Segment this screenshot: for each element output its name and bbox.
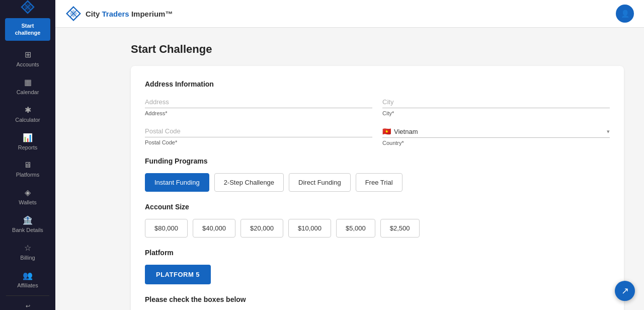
- size-80k-button[interactable]: $80,000: [145, 219, 188, 238]
- accounts-icon: ⊞: [25, 50, 31, 59]
- reports-icon: 📊: [23, 133, 33, 142]
- sidebar-item-reports[interactable]: 📊 Reports: [0, 128, 55, 156]
- topbar-logo-icon: [65, 6, 82, 22]
- free-trial-button[interactable]: Free Trial: [356, 173, 403, 192]
- country-select-wrapper: 🇻🇳 Vietnam United States United Kingdom …: [382, 125, 610, 138]
- chat-icon: ↗: [621, 285, 629, 296]
- avatar-icon: 👤: [621, 10, 629, 18]
- page-title: Start Challenge: [131, 43, 624, 56]
- sidebar-item-billing-label: Billing: [20, 255, 35, 261]
- address-input[interactable]: [145, 96, 372, 108]
- sidebar-divider: [6, 295, 49, 296]
- wallets-icon: ◈: [25, 188, 31, 197]
- sidebar: Start challenge ⊞ Accounts ▦ Calendar ✱ …: [0, 0, 55, 310]
- user-avatar[interactable]: 👤: [616, 5, 634, 23]
- postal-code-label: Postal Code*: [145, 139, 372, 145]
- platforms-icon: 🖥: [24, 161, 32, 170]
- sidebar-item-calculator[interactable]: ✱ Calculator: [0, 100, 55, 128]
- size-5k-button[interactable]: $5,000: [336, 219, 375, 238]
- city-input[interactable]: [382, 96, 610, 108]
- platform-5-button[interactable]: PLATFORM 5: [145, 265, 211, 284]
- two-step-challenge-button[interactable]: 2-Step Challenge: [214, 173, 284, 192]
- bank-icon: 🏦: [23, 215, 33, 225]
- account-size-buttons: $80,000 $40,000 $20,000 $10,000 $5,000 $…: [145, 219, 610, 238]
- address-section-title: Address Information: [145, 80, 610, 88]
- sidebar-item-wallets[interactable]: ◈ Wallets: [0, 183, 55, 210]
- postal-code-group: Postal Code*: [145, 125, 372, 146]
- affiliates-icon: 👥: [23, 271, 33, 280]
- topbar-logo: City Traders Imperium™: [65, 6, 173, 22]
- sidebar-item-wallets-label: Wallets: [19, 199, 37, 205]
- logout-icon: ↩: [26, 303, 30, 309]
- account-size-title: Account Size: [145, 203, 610, 211]
- sidebar-item-calendar[interactable]: ▦ Calendar: [0, 72, 55, 100]
- brand-blue: Traders: [102, 10, 129, 18]
- address-row-2: Postal Code* 🇻🇳 Vietnam United States Un…: [145, 125, 610, 146]
- topbar-brand-name: City Traders Imperium™: [86, 10, 173, 18]
- funding-program-buttons: Instant Funding 2-Step Challenge Direct …: [145, 173, 610, 192]
- funding-section: Funding Programs Instant Funding 2-Step …: [145, 157, 610, 192]
- country-field-group: 🇻🇳 Vietnam United States United Kingdom …: [382, 125, 610, 146]
- calendar-icon: ▦: [24, 78, 32, 87]
- address-field-group: Address*: [145, 96, 372, 116]
- sidebar-item-calculator-label: Calculator: [15, 117, 40, 123]
- main-content: Start Challenge Address Information Addr…: [111, 28, 644, 310]
- logo-icon: [21, 0, 35, 14]
- brand-rest: Imperium™: [129, 10, 173, 18]
- sidebar-item-logout[interactable]: ↩ Logout: [0, 298, 55, 310]
- sidebar-item-accounts[interactable]: ⊞ Accounts: [0, 45, 55, 72]
- country-flag: 🇻🇳: [382, 127, 391, 135]
- start-challenge-card: Address Information Address* City* Posta…: [131, 66, 624, 310]
- instant-funding-button[interactable]: Instant Funding: [145, 173, 209, 192]
- sidebar-item-bank-details[interactable]: 🏦 Bank Details: [0, 210, 55, 238]
- account-size-section: Account Size $80,000 $40,000 $20,000 $10…: [145, 203, 610, 238]
- address-label: Address*: [145, 110, 372, 116]
- city-field-group: City*: [382, 96, 610, 116]
- topbar: City Traders Imperium™ 👤: [55, 0, 644, 28]
- checkboxes-section: Please check the boxes below I acknowled…: [145, 295, 610, 310]
- billing-icon: ☆: [24, 243, 31, 253]
- sidebar-item-billing[interactable]: ☆ Billing: [0, 238, 55, 266]
- sidebar-item-platforms[interactable]: 🖥 Platforms: [0, 156, 55, 183]
- sidebar-item-calendar-label: Calendar: [17, 89, 39, 95]
- size-20k-button[interactable]: $20,000: [240, 219, 283, 238]
- postal-code-input[interactable]: [145, 125, 372, 137]
- funding-section-title: Funding Programs: [145, 157, 610, 165]
- size-2500-button[interactable]: $2,500: [380, 219, 420, 238]
- chevron-down-icon: ▾: [607, 128, 610, 135]
- platform-section: Platform PLATFORM 5: [145, 249, 610, 284]
- checkboxes-section-title: Please check the boxes below: [145, 295, 610, 303]
- sidebar-item-bank-label: Bank Details: [12, 227, 43, 233]
- platform-section-title: Platform: [145, 249, 610, 257]
- sidebar-item-platforms-label: Platforms: [16, 172, 39, 178]
- start-challenge-button[interactable]: Start challenge: [5, 18, 50, 41]
- city-label: City*: [382, 110, 610, 116]
- size-40k-button[interactable]: $40,000: [193, 219, 235, 238]
- size-10k-button[interactable]: $10,000: [288, 219, 331, 238]
- sidebar-item-affiliates[interactable]: 👥 Affiliates: [0, 266, 55, 293]
- sidebar-logo: [0, 0, 55, 14]
- direct-funding-button[interactable]: Direct Funding: [289, 173, 351, 192]
- calculator-icon: ✱: [25, 105, 31, 115]
- sidebar-nav: ⊞ Accounts ▦ Calendar ✱ Calculator 📊 Rep…: [0, 45, 55, 310]
- chat-badge[interactable]: ↗: [615, 281, 635, 301]
- sidebar-item-reports-label: Reports: [18, 144, 38, 150]
- address-row-1: Address* City*: [145, 96, 610, 116]
- sidebar-item-accounts-label: Accounts: [16, 61, 39, 67]
- sidebar-item-affiliates-label: Affiliates: [17, 282, 38, 288]
- country-label: Country*: [382, 140, 610, 146]
- country-select[interactable]: Vietnam United States United Kingdom Aus…: [394, 128, 607, 135]
